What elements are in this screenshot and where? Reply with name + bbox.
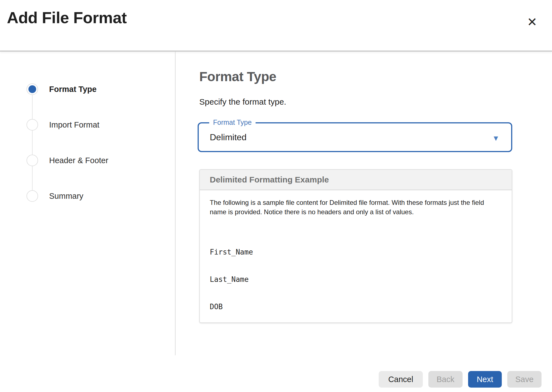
format-type-select[interactable]: Format Type Delimited ▼ — [198, 122, 512, 152]
wizard-stepper: Format Type Import Format Header & Foote… — [0, 52, 174, 355]
close-button[interactable]: ✕ — [524, 14, 540, 30]
example-field: Last_Name — [210, 275, 502, 284]
step-circle-icon — [26, 119, 38, 131]
example-field: DOB — [210, 302, 502, 311]
footer-actions: Cancel Back Next Save — [379, 371, 542, 388]
example-panel-title: Delimited Formatting Example — [200, 170, 512, 190]
caret-down-icon: ▼ — [492, 135, 500, 142]
format-type-select-value: Delimited — [210, 132, 246, 142]
cancel-button[interactable]: Cancel — [379, 371, 423, 388]
example-panel-body: The following is a sample file content f… — [200, 190, 512, 323]
dialog-title: Add File Format — [7, 8, 127, 27]
example-description: The following is a sample file content f… — [210, 198, 502, 217]
example-field-list: First_Name Last_Name DOB SSN Address Cit… — [210, 229, 502, 323]
page-subtitle: Specify the format type. — [199, 97, 286, 107]
close-icon: ✕ — [527, 16, 537, 28]
next-button[interactable]: Next — [468, 371, 502, 388]
step-circle-active-icon — [26, 83, 38, 95]
vertical-divider — [175, 52, 176, 355]
format-type-select-label: Format Type — [209, 118, 256, 126]
step-label: Import Format — [49, 120, 99, 129]
step-circle-icon — [26, 190, 38, 202]
delimited-example-panel: Delimited Formatting Example The followi… — [199, 169, 512, 323]
step-format-type[interactable]: Format Type — [0, 81, 166, 97]
page-title: Format Type — [199, 69, 276, 84]
header-divider — [0, 51, 552, 51]
step-import-format[interactable]: Import Format — [0, 116, 166, 133]
step-circle-icon — [26, 155, 38, 166]
step-label: Summary — [49, 192, 83, 201]
step-label: Format Type — [49, 85, 97, 94]
step-label: Header & Footer — [49, 156, 108, 165]
example-field: First_Name — [210, 248, 502, 257]
back-button[interactable]: Back — [428, 371, 463, 388]
save-button[interactable]: Save — [507, 371, 542, 388]
step-header-footer[interactable]: Header & Footer — [0, 152, 166, 169]
step-summary[interactable]: Summary — [0, 188, 166, 204]
stepper-connector-line — [32, 89, 33, 196]
